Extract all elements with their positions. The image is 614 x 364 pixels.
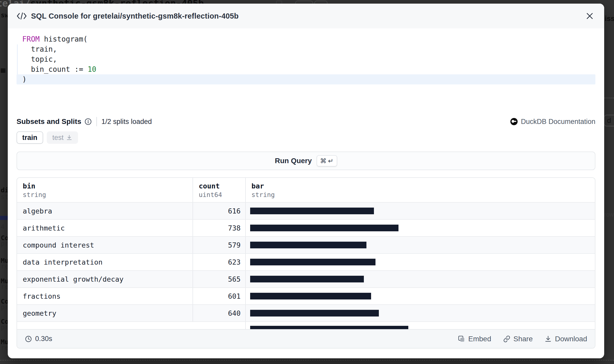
bar-cell: [245, 305, 595, 321]
bg-fragment: issa: [605, 14, 614, 23]
bin-cell: fractions: [17, 288, 193, 304]
bin-cell: data interpretation: [17, 254, 193, 270]
table-body: algebra 616 arithmetic 738 compound inte…: [17, 202, 595, 329]
code-icon: [17, 12, 27, 20]
download-icon: [66, 134, 72, 141]
table-row: arithmetic 738: [17, 219, 595, 236]
count-cell: 616: [193, 203, 245, 219]
bg-fragment: sw: [1, 11, 9, 19]
results-footer: 0.30s Embed Share: [17, 329, 595, 348]
embed-label: Embed: [468, 335, 491, 343]
bg-button-fragment: d: [604, 115, 614, 126]
embed-button[interactable]: Embed: [458, 335, 491, 343]
split-test-label: test: [52, 134, 64, 142]
column-header-bin: bin string: [17, 178, 193, 202]
bg-dashed-row: [604, 98, 614, 98]
modal-title: SQL Console for gretelai/synthetic-gsm8k…: [31, 12, 239, 20]
histogram-bar: [250, 326, 408, 329]
count-cell: 623: [193, 254, 245, 270]
column-header-bar: bar string: [245, 178, 595, 202]
duration-label: 0.30s: [35, 335, 52, 343]
cmd-key: ⌘: [320, 157, 327, 165]
count-cell: 579: [193, 237, 245, 253]
sql-editor[interactable]: FROM histogram( train, topic, bin_count …: [8, 28, 604, 86]
bar-cell: [245, 271, 595, 287]
code-line: bin_count := 10: [17, 64, 595, 74]
column-header-count: count uint64: [193, 178, 245, 202]
code-line: topic,: [17, 54, 595, 64]
count-cell: 565: [193, 271, 245, 287]
histogram-bar: [250, 276, 364, 282]
share-button[interactable]: Share: [503, 335, 533, 343]
bar-cell: [245, 322, 595, 329]
column-name: count: [199, 182, 245, 190]
download-icon: [544, 335, 552, 343]
bar-cell: [245, 237, 595, 253]
table-row: data interpretation 623: [17, 253, 595, 270]
bg-fragment: row: [604, 211, 614, 218]
table-row-partial: [17, 321, 595, 329]
download-button[interactable]: Download: [544, 335, 587, 343]
share-label: Share: [513, 335, 533, 343]
duckdb-logo-icon: [510, 118, 518, 125]
bar-cell: [245, 220, 595, 236]
run-query-label: Run Query: [275, 157, 312, 165]
bin-cell: algebra: [17, 203, 193, 219]
count-cell: 640: [193, 305, 245, 321]
splits-loaded-status: 1/2 splits loaded: [102, 118, 152, 126]
subsets-title: Subsets and Splits: [17, 117, 81, 126]
bar-cell: [245, 254, 595, 270]
bin-cell: compound interest: [17, 237, 193, 253]
close-icon[interactable]: [584, 10, 595, 22]
table-row: algebra 616: [17, 202, 595, 219]
bin-cell: geometry: [17, 305, 193, 321]
column-type: string: [23, 191, 193, 199]
table-row: fractions 601: [17, 287, 595, 304]
subsets-and-splits-row: Subsets and Splits 1/2 splits loaded Duc…: [8, 117, 604, 126]
column-name: bin: [23, 182, 193, 190]
duckdb-documentation-link[interactable]: DuckDB Documentation: [510, 118, 595, 126]
bg-fragment-text: d: [607, 116, 611, 125]
embed-icon: [458, 335, 465, 343]
table-row: geometry 640: [17, 304, 595, 321]
editor-indent-guide: [17, 44, 18, 74]
bg-selected-row-band: [0, 216, 8, 220]
table-row: compound interest 579: [17, 236, 595, 253]
count-cell: 601: [193, 288, 245, 304]
query-duration: 0.30s: [25, 335, 52, 343]
histogram-bar: [250, 310, 379, 316]
table-header: bin string count uint64 bar string: [17, 178, 595, 202]
column-type: string: [251, 191, 595, 199]
sql-console-modal: SQL Console for gretelai/synthetic-gsm8k…: [8, 4, 604, 358]
histogram-bar: [250, 208, 374, 214]
bin-cell: arithmetic: [17, 220, 193, 236]
footer-actions: Embed Share Download: [458, 335, 587, 343]
split-button-test[interactable]: test: [47, 131, 78, 144]
histogram-bar: [250, 225, 398, 231]
enter-key: ↵: [328, 157, 334, 165]
query-results: bin string count uint64 bar string algeb…: [17, 177, 595, 349]
divider: [96, 117, 97, 126]
bar-cell: [245, 203, 595, 219]
duckdb-documentation-label: DuckDB Documentation: [521, 118, 595, 126]
histogram-bar: [250, 242, 366, 248]
code-line: FROM histogram(: [17, 34, 595, 44]
count-cell: 738: [193, 220, 245, 236]
code-line: train,: [17, 44, 595, 54]
column-type: uint64: [199, 191, 245, 199]
bar-cell: [245, 288, 595, 304]
histogram-bar: [250, 259, 375, 265]
clock-icon: [25, 335, 32, 343]
table-row: exponential growth/decay 565: [17, 270, 595, 287]
download-label: Download: [555, 335, 587, 343]
bin-cell: exponential growth/decay: [17, 271, 193, 287]
run-query-button[interactable]: Run Query ⌘ ↵: [17, 152, 595, 170]
split-button-train[interactable]: train: [17, 131, 43, 144]
modal-header: SQL Console for gretelai/synthetic-gsm8k…: [8, 4, 604, 28]
splits-row: train test: [8, 131, 604, 144]
code-line: ): [17, 74, 595, 84]
column-name: bar: [251, 182, 595, 190]
keyboard-shortcut-chip: ⌘ ↵: [317, 155, 337, 167]
info-icon[interactable]: [85, 118, 92, 125]
share-link-icon: [503, 335, 510, 343]
